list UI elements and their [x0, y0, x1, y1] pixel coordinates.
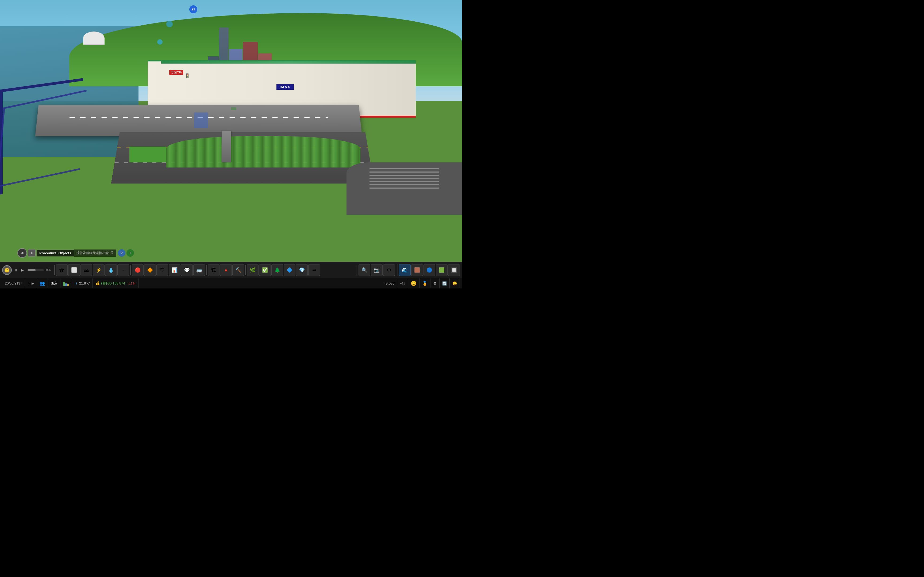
hotkey-f: F: [28, 249, 36, 257]
toolbar-row: 🙂 ⏸ ▶ 50% 🛣 ⬜ 🏘 ⚡ 💧 ··· 🔴 🔶 🛡 📊: [0, 262, 462, 278]
toolbar-btn-policies[interactable]: 🛡: [157, 264, 168, 276]
tooltip-main-label: Procedural Objects: [37, 250, 74, 256]
toolbar-btn-water[interactable]: 💧: [105, 264, 117, 276]
toolbar-btn-disaster[interactable]: 🔴: [132, 264, 144, 276]
progress-bar: [27, 269, 44, 271]
bridge-pillar: [221, 131, 231, 163]
money-icon: 💰: [95, 281, 100, 285]
right-hud-nature[interactable]: 🟩: [436, 264, 447, 276]
money-label: 科郎30,158,874: [101, 281, 125, 286]
ui-mod-icon: UI: [18, 248, 27, 258]
toolbar-btn-economy[interactable]: 📊: [169, 264, 181, 276]
right-hud-water[interactable]: 🌊: [399, 264, 411, 276]
pause-button[interactable]: ⏸: [13, 268, 19, 272]
player-avatar: 🙂: [2, 265, 12, 275]
toolbar-btn-electricity[interactable]: ⚡: [93, 264, 105, 276]
toolbar-btn-trees[interactable]: 🌲: [271, 264, 283, 276]
right-hud-info[interactable]: 🔵: [423, 264, 435, 276]
toolbar-btn-triangle[interactable]: 🔺: [220, 264, 232, 276]
separator-3: [206, 265, 207, 275]
status-extra-2: 😄: [450, 278, 460, 288]
toolbar-btn-extra[interactable]: ⚙: [383, 264, 395, 276]
toolbar-btn-arrow[interactable]: ➡: [308, 264, 320, 276]
toolbar-btn-snapshot[interactable]: 📷: [371, 264, 383, 276]
speed-1x[interactable]: ▶: [32, 282, 34, 285]
demand-industrial: [67, 284, 69, 286]
status-demand: [60, 278, 72, 288]
separator-4: [245, 265, 246, 275]
speed-label: +11: [400, 282, 405, 285]
status-bar: 20/06/2137 ⏸ ▶ 👥 西京 🌡 21.8°C: [0, 278, 462, 288]
temp-icon: 🌡: [74, 281, 78, 285]
crosswalk: [370, 168, 439, 188]
status-money: 💰 科郎30,158,874 -1,234: [93, 278, 139, 288]
map-bubble-1: 22: [189, 5, 197, 13]
tooltip-sub-label: 撞件及植物无碰撞功能: 关: [74, 250, 116, 257]
status-pop-count: 48,086: [381, 278, 397, 288]
status-speed-controls: ⏸ ▶: [25, 278, 37, 288]
demand-commercial: [65, 284, 67, 286]
toolbar-btn-more[interactable]: ···: [117, 264, 129, 276]
trees-row: [166, 136, 360, 168]
status-achievement: 🏅: [420, 278, 430, 288]
scene-traffic-light: 🚦: [185, 73, 190, 78]
pop-icon: 👥: [40, 281, 45, 286]
status-city-name: 西京: [48, 278, 60, 288]
median-strip-1: [129, 147, 166, 163]
status-game-speed: +11: [397, 278, 408, 288]
happiness-icon: 😊: [411, 280, 417, 286]
toolbar-btn-buildings[interactable]: 🏗: [208, 264, 220, 276]
toolbar-btn-chirper[interactable]: 💬: [181, 264, 193, 276]
add-button[interactable]: +: [126, 249, 134, 257]
right-hud-overlay[interactable]: 🔲: [448, 264, 460, 276]
status-happiness: 😊: [408, 278, 420, 288]
demand-bars-container: [63, 281, 69, 286]
separator-1: [54, 265, 55, 275]
progress-area: 50%: [26, 269, 52, 272]
separator-2: [130, 265, 131, 275]
extra-icon-2: 😄: [452, 281, 457, 285]
game-scene: 万达广场 IMAX: [0, 0, 462, 262]
dome-building: [83, 32, 105, 45]
demand-residential: [63, 282, 65, 286]
play-button[interactable]: ▶: [20, 268, 25, 272]
map-bubble-3: [157, 39, 163, 45]
city-name-label: 西京: [50, 281, 58, 286]
toolbar-btn-check[interactable]: ✅: [259, 264, 271, 276]
hud-bottom: 🙂 ⏸ ▶ 50% 🛣 ⬜ 🏘 ⚡ 💧 ··· 🔴 🔶 🛡 📊: [0, 262, 462, 288]
path-highlight: [194, 113, 208, 128]
speed-pause[interactable]: ⏸: [28, 282, 31, 285]
toolbar-btn-park[interactable]: 🌿: [247, 264, 258, 276]
toolbar-btn-search[interactable]: 🔍: [359, 264, 370, 276]
progress-label: 50%: [45, 269, 50, 272]
status-settings[interactable]: ⚙: [430, 278, 439, 288]
extra-icon-1: 🔄: [442, 281, 447, 285]
status-extra-1: 🔄: [439, 278, 450, 288]
progress-fill: [27, 269, 36, 271]
game-viewport: 万达广场 IMAX: [0, 0, 462, 288]
vehicle-truck: [231, 107, 236, 110]
toolbar-btn-roads[interactable]: 🛣: [56, 264, 68, 276]
separator-5: [356, 265, 356, 275]
toolbar-btn-props[interactable]: 🔷: [284, 264, 296, 276]
toolbar-buttons: 🛣 ⬜ 🏘 ⚡ 💧 ··· 🔴 🔶 🛡 📊 💬 🚌 🏗 🔺 🔨 🌿 ✅ 🌲 🔷 …: [56, 264, 355, 276]
toolbar-btn-transport[interactable]: 🚌: [193, 264, 205, 276]
achievement-icon: 🏅: [422, 281, 428, 286]
procedural-objects-tooltip: UI F Procedural Objects 撞件及植物无碰撞功能: 关 ? …: [18, 248, 134, 258]
status-temperature: 🌡 21.8°C: [72, 278, 93, 288]
toolbar-btn-diamond2[interactable]: 💎: [296, 264, 308, 276]
right-hud-terrain[interactable]: 🟫: [411, 264, 423, 276]
toolbar-btn-landmarks[interactable]: 🔶: [144, 264, 156, 276]
temp-label: 21.8°C: [79, 281, 90, 285]
toolbar-btn-districts[interactable]: 🏘: [81, 264, 92, 276]
settings-icon: ⚙: [433, 281, 436, 285]
toolbar-btn-bulldoze[interactable]: 🔨: [233, 264, 244, 276]
toolbar-btn-zones[interactable]: ⬜: [68, 264, 80, 276]
money-trend: -1,234: [127, 282, 136, 285]
status-date: 20/06/2137: [2, 278, 25, 288]
date-label: 20/06/2137: [5, 281, 22, 285]
status-population-icon: 👥: [37, 278, 48, 288]
help-button[interactable]: ?: [118, 249, 125, 257]
pop-count-label: 48,086: [384, 281, 395, 285]
